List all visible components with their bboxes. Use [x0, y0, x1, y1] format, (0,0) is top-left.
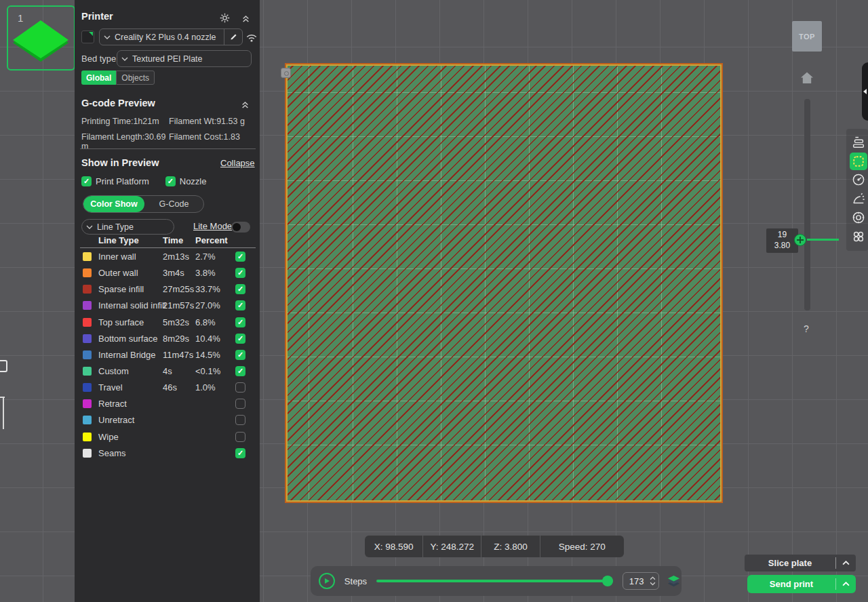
render-preview-icon[interactable]	[850, 190, 867, 207]
object-corner-handle[interactable]	[281, 68, 291, 78]
row-visibility-checkbox[interactable]	[235, 350, 245, 360]
row-visibility-checkbox[interactable]	[235, 432, 245, 442]
line-time: 46s	[163, 382, 177, 393]
row-visibility-checkbox[interactable]	[235, 317, 245, 327]
status-speed: Speed: 270	[540, 536, 625, 557]
view-cube[interactable]: TOP	[792, 21, 822, 52]
gcode-stats: Printing Time:1h21m Filament Wt:91.53 g …	[81, 117, 255, 151]
line-type-label: Seams	[98, 448, 125, 458]
collapse-gcode-section-icon[interactable]	[239, 99, 251, 111]
gcode-button[interactable]: G-Code	[144, 196, 203, 212]
tab-global[interactable]: Global	[81, 71, 116, 85]
wifi-icon[interactable]	[245, 31, 258, 43]
gear-icon[interactable]	[218, 12, 231, 24]
steps-value: 173	[623, 576, 650, 586]
layers-icon[interactable]	[666, 574, 682, 588]
line-percent: 10.4%	[195, 334, 220, 344]
tab-objects[interactable]: Objects	[116, 71, 155, 85]
apps-grid-icon[interactable]	[850, 228, 867, 245]
line-type-row: Custom4s<0.1%	[75, 363, 260, 380]
line-type-label: Internal Bridge	[98, 350, 156, 360]
slice-plate-button[interactable]: Slice plate	[745, 555, 856, 571]
printer-select[interactable]: Creality K2 Plus 0.4 nozzle	[99, 28, 243, 45]
plate-thumbnail[interactable]: 1	[7, 5, 75, 71]
plate-view-icon[interactable]	[850, 153, 867, 170]
color-show-button[interactable]: Color Show	[83, 196, 144, 212]
printer-select-value: Creality K2 Plus 0.4 nozzle	[115, 33, 221, 42]
lite-mode-toggle[interactable]	[231, 222, 250, 233]
line-percent: 27.0%	[195, 300, 220, 310]
chevron-down-icon	[104, 35, 111, 39]
right-panel-expand-handle[interactable]	[862, 62, 868, 121]
edit-printer-icon[interactable]	[224, 33, 242, 41]
line-type-label: Inner wall	[98, 252, 136, 262]
row-visibility-checkbox[interactable]	[235, 268, 245, 278]
line-time: 2m13s	[163, 252, 189, 262]
plate-number: 1	[18, 12, 23, 24]
layer-slider-handle[interactable]	[794, 234, 806, 246]
line-percent: 33.7%	[195, 284, 220, 294]
show-in-preview-title: Show in Preview	[81, 157, 159, 168]
line-time: 27m25s	[163, 284, 194, 294]
layer-slider-track[interactable]	[804, 99, 810, 310]
row-visibility-checkbox[interactable]	[235, 415, 245, 425]
preview-mode-switch: Color Show G-Code	[83, 195, 204, 213]
row-visibility-checkbox[interactable]	[235, 300, 245, 310]
layer-number: 19	[778, 230, 787, 241]
line-type-select[interactable]: Line Type	[81, 219, 174, 235]
steps-spinner[interactable]	[650, 576, 656, 586]
chevron-up-icon[interactable]	[836, 582, 856, 586]
line-type-row: Inner wall2m13s2.7%	[75, 249, 260, 265]
line-type-label: Outer wall	[98, 268, 138, 278]
line-type-row: Bottom surface8m29s10.4%	[75, 331, 260, 347]
gcode-preview-object[interactable]	[285, 63, 723, 503]
print-platform-label: Print Platform	[96, 176, 149, 186]
steps-timeline-bar: Steps 173	[311, 566, 682, 596]
speed-gauge-icon[interactable]	[850, 172, 867, 188]
divider	[80, 247, 256, 248]
chevron-down-icon	[121, 57, 128, 61]
home-view-icon[interactable]	[799, 70, 815, 86]
play-button[interactable]	[319, 573, 335, 589]
row-visibility-checkbox[interactable]	[235, 448, 245, 458]
chevron-up-icon[interactable]	[836, 561, 856, 565]
row-visibility-checkbox[interactable]	[235, 382, 245, 393]
line-type-label: Bottom surface	[98, 334, 157, 344]
print-platform-checkbox[interactable]	[81, 176, 92, 186]
object-list-icon[interactable]	[850, 134, 867, 150]
row-visibility-checkbox[interactable]	[235, 252, 245, 262]
layer-height: 3.80	[774, 241, 790, 252]
header-time: Time	[163, 235, 183, 245]
collapse-link[interactable]: Collapse	[220, 158, 255, 168]
status-x: X: 98.590	[365, 536, 423, 557]
steps-slider[interactable]	[376, 576, 613, 586]
row-visibility-checkbox[interactable]	[235, 334, 245, 344]
line-time: 11m47s	[163, 350, 193, 360]
offscreen-object-fragment	[0, 360, 7, 372]
bed-type-select[interactable]: Textured PEI Plate	[117, 50, 252, 67]
header-line-type: Line Type	[98, 235, 139, 245]
line-type-row: Retract	[75, 396, 260, 412]
line-type-label: Retract	[98, 399, 127, 409]
steps-slider-track	[376, 580, 613, 582]
send-print-button[interactable]: Send print	[747, 575, 856, 593]
toggle-knob	[233, 223, 241, 231]
collapse-printer-section-icon[interactable]	[239, 13, 252, 25]
nozzle-checkbox[interactable]	[165, 176, 176, 186]
slicer-app: 1 Printer Creality K2 Plus 0.4 nozzle Be…	[0, 0, 868, 602]
line-color-swatch	[83, 318, 92, 327]
line-type-row: Internal Bridge11m47s14.5%	[75, 347, 260, 363]
line-type-row: Travel46s1.0%	[75, 380, 260, 396]
line-color-swatch	[83, 433, 92, 441]
row-visibility-checkbox[interactable]	[235, 399, 245, 409]
row-visibility-checkbox[interactable]	[235, 366, 245, 376]
line-type-label: Unretract	[98, 415, 134, 425]
line-color-swatch	[83, 399, 92, 408]
help-question-mark[interactable]: ?	[804, 323, 809, 334]
row-visibility-checkbox[interactable]	[235, 284, 245, 294]
steps-input[interactable]: 173	[623, 572, 659, 590]
turntable-icon[interactable]	[850, 209, 867, 226]
steps-slider-handle[interactable]	[602, 576, 613, 586]
gcode-preview-title: G-code Preview	[81, 98, 155, 108]
line-type-row: Internal solid infill21m57s27.0%	[75, 298, 260, 314]
